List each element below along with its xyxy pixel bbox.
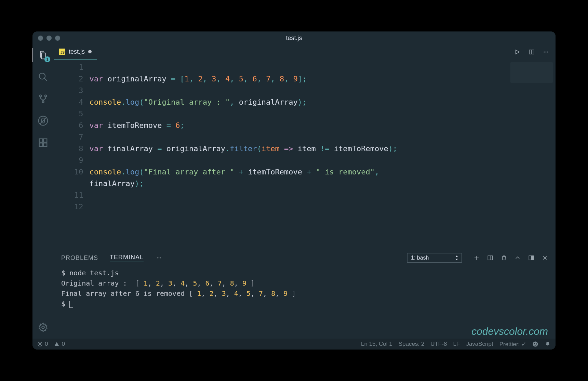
svg-point-36: [536, 343, 537, 344]
svg-point-20: [160, 258, 161, 259]
kill-terminal-icon[interactable]: [501, 255, 507, 261]
svg-point-11: [42, 326, 44, 329]
status-feedback-icon[interactable]: [532, 341, 538, 347]
split-editor-icon[interactable]: [528, 49, 535, 55]
vscode-window: test.js 1: [32, 31, 556, 350]
svg-point-17: [547, 52, 548, 53]
more-actions-icon[interactable]: [543, 49, 549, 55]
extensions-icon[interactable]: [37, 137, 49, 148]
search-icon[interactable]: [37, 71, 49, 83]
status-errors[interactable]: 0: [37, 341, 48, 347]
tab-filename: test.js: [69, 48, 85, 55]
js-file-icon: JS: [59, 49, 65, 55]
explorer-icon[interactable]: 1: [37, 49, 49, 61]
titlebar: test.js: [32, 31, 556, 44]
svg-point-34: [533, 342, 538, 347]
code-content[interactable]: var originalArray = [1, 2, 3, 4, 5, 6, 7…: [90, 62, 508, 250]
maximize-panel-icon[interactable]: [514, 255, 521, 261]
source-control-icon[interactable]: [37, 93, 49, 105]
svg-point-3: [45, 95, 47, 97]
svg-point-0: [39, 73, 45, 79]
minimap[interactable]: [508, 60, 556, 250]
panel-tab-more-icon[interactable]: [155, 255, 163, 261]
svg-point-19: [159, 258, 160, 259]
status-warnings[interactable]: 0: [54, 341, 65, 347]
svg-rect-9: [43, 143, 47, 146]
svg-point-2: [40, 95, 42, 97]
status-bar: 0 0 Ln 15, Col 1 Spaces: 2 UTF-8 LF Java…: [32, 339, 556, 350]
watermark: codevscolor.com: [471, 326, 548, 337]
panel-tab-terminal[interactable]: TERMINAL: [110, 254, 144, 262]
svg-point-16: [546, 52, 547, 53]
settings-gear-icon[interactable]: [37, 321, 49, 333]
panel-position-icon[interactable]: [528, 255, 534, 261]
debug-disabled-icon[interactable]: [37, 115, 49, 127]
status-prettier[interactable]: Prettier: ✓: [499, 341, 526, 348]
svg-marker-22: [456, 259, 458, 260]
bottom-panel: PROBLEMS TERMINAL 1: bash: [54, 250, 556, 339]
tab-test-js[interactable]: JS test.js: [54, 44, 97, 60]
terminal-output[interactable]: $ node test.js Original array : [ 1, 2, …: [54, 266, 556, 339]
terminal-cursor: [69, 301, 73, 308]
close-panel-icon[interactable]: [542, 255, 548, 261]
new-terminal-icon[interactable]: [473, 255, 480, 261]
activity-bar: 1: [32, 44, 54, 339]
svg-rect-7: [39, 139, 43, 142]
status-language[interactable]: JavaScript: [466, 341, 493, 347]
svg-rect-10: [43, 139, 47, 142]
svg-point-4: [42, 101, 44, 103]
explorer-badge: 1: [44, 56, 50, 62]
split-terminal-icon[interactable]: [487, 255, 493, 261]
status-cursor-pos[interactable]: Ln 15, Col 1: [361, 341, 392, 347]
svg-point-18: [157, 258, 158, 259]
terminal-selector[interactable]: 1: bash: [407, 253, 462, 263]
panel-tab-problems[interactable]: PROBLEMS: [61, 254, 98, 262]
svg-point-35: [534, 343, 535, 344]
editor-tabs: JS test.js: [54, 44, 556, 60]
run-icon[interactable]: [514, 49, 521, 55]
svg-marker-12: [516, 50, 520, 54]
svg-marker-21: [456, 255, 458, 257]
status-bell-icon[interactable]: [545, 341, 551, 347]
svg-rect-28: [532, 256, 534, 260]
code-editor[interactable]: 12345678910 1112 var originalArray = [1,…: [54, 60, 508, 250]
svg-rect-8: [39, 143, 43, 146]
status-eol[interactable]: LF: [453, 341, 460, 347]
status-encoding[interactable]: UTF-8: [430, 341, 447, 347]
dirty-indicator-icon: [88, 50, 92, 53]
svg-point-15: [544, 52, 545, 53]
status-indent[interactable]: Spaces: 2: [399, 341, 425, 347]
svg-line-1: [44, 78, 47, 81]
line-gutter: 12345678910 1112: [54, 62, 90, 250]
window-title: test.js: [32, 35, 556, 42]
